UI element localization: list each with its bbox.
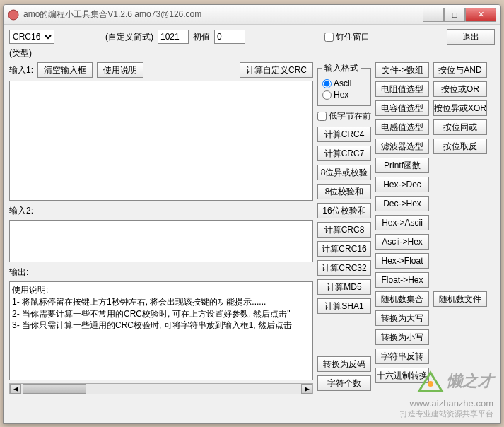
app-icon: [8, 9, 19, 21]
calc-4-button[interactable]: 16位校验和: [317, 203, 371, 218]
watermark: 懒之才 www.aizhanzhe.com 打造专业建站资源共享平台: [400, 370, 493, 419]
custom-formula-label: (自定义简式): [105, 31, 153, 43]
col2-1-button[interactable]: 电阻值选型: [375, 81, 429, 97]
col2-7-button[interactable]: Dec->Hex: [375, 196, 429, 211]
ascii-radio[interactable]: Ascii: [322, 78, 366, 88]
col2-5-button[interactable]: Printf函数: [375, 158, 429, 173]
output-label: 输出:: [9, 267, 28, 279]
calc-2-button[interactable]: 8位异或校验: [317, 165, 371, 180]
init-value-input[interactable]: [214, 30, 245, 44]
lowbyte-checkbox[interactable]: 低字节在前: [317, 110, 371, 122]
help-button[interactable]: 使用说明: [97, 62, 143, 78]
calc-custom-crc-button[interactable]: 计算自定义CRC: [240, 62, 313, 78]
custom-formula-input[interactable]: [158, 30, 189, 44]
output-scrollbar[interactable]: ◀▶: [9, 383, 313, 394]
col3-2-button[interactable]: 按位异或XOR: [433, 100, 487, 116]
col2-6-button[interactable]: Hex->Dec: [375, 177, 429, 192]
pin-window-checkbox[interactable]: 钉住窗口: [324, 31, 370, 43]
col3-3-button[interactable]: 按位同或: [433, 119, 487, 135]
col2-15-button[interactable]: 字符串反转: [375, 349, 429, 364]
col3-1-button[interactable]: 按位或OR: [433, 81, 487, 97]
svg-point-2: [428, 381, 433, 387]
exit-button[interactable]: 退出: [447, 29, 495, 45]
input1-textarea[interactable]: [9, 81, 313, 201]
hex-radio[interactable]: Hex: [322, 90, 366, 100]
col3-4-button[interactable]: 按位取反: [433, 139, 487, 154]
midextra-1-button[interactable]: 字符个数: [317, 375, 371, 391]
svg-point-0: [8, 10, 18, 20]
calc-8-button[interactable]: 计算MD5: [317, 279, 371, 295]
col2-12-button[interactable]: 随机数集合: [375, 291, 429, 307]
clear-input-button[interactable]: 清空输入框: [37, 62, 93, 78]
type-label: (类型): [9, 47, 32, 59]
input1-label: 输入1:: [9, 64, 33, 76]
col3-12-button[interactable]: 随机数文件: [433, 291, 487, 307]
calc-9-button[interactable]: 计算SHA1: [317, 298, 371, 314]
window-title: amo的编程小工具集合V1.2.6 amo73@126.com: [23, 8, 423, 21]
calc-6-button[interactable]: 计算CRC16: [317, 241, 371, 257]
col2-13-button[interactable]: 转换为大写: [375, 310, 429, 326]
crc-type-select[interactable]: CRC16: [9, 30, 54, 44]
input2-label: 输入2:: [9, 205, 33, 217]
input2-textarea[interactable]: [9, 220, 313, 262]
col2-10-button[interactable]: Hex->Float: [375, 253, 429, 269]
calc-1-button[interactable]: 计算CRC7: [317, 146, 371, 161]
calc-5-button[interactable]: 计算CRC8: [317, 222, 371, 238]
calc-7-button[interactable]: 计算CRC32: [317, 260, 371, 276]
calc-0-button[interactable]: 计算CRC4: [317, 127, 371, 142]
col3-0-button[interactable]: 按位与AND: [433, 62, 487, 78]
col2-4-button[interactable]: 滤波器选型: [375, 139, 429, 154]
col2-9-button[interactable]: Ascii->Hex: [375, 234, 429, 250]
col2-0-button[interactable]: 文件->数组: [375, 62, 429, 78]
output-textarea[interactable]: 使用说明: 1- 将鼠标停留在按键上方1秒钟左右, 将会出现该按键的功能提示..…: [9, 281, 313, 380]
col2-8-button[interactable]: Hex->Ascii: [375, 215, 429, 230]
calc-3-button[interactable]: 8位校验和: [317, 184, 371, 199]
input-format-group: 输入格式 Ascii Hex: [317, 62, 371, 106]
close-button[interactable]: ✕: [465, 8, 496, 22]
col2-14-button[interactable]: 转换为小写: [375, 329, 429, 345]
minimize-button[interactable]: —: [423, 8, 444, 22]
midextra-0-button[interactable]: 转换为反码: [317, 356, 371, 372]
col2-3-button[interactable]: 电感值选型: [375, 119, 429, 135]
col2-2-button[interactable]: 电容值选型: [375, 100, 429, 116]
col2-11-button[interactable]: Float->Hex: [375, 272, 429, 288]
maximize-button[interactable]: □: [444, 8, 465, 22]
init-value-label: 初值: [193, 31, 210, 43]
